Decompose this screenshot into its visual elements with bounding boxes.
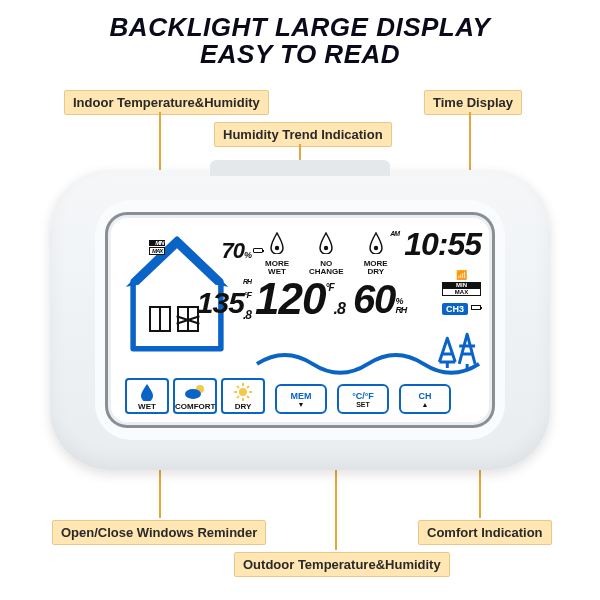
comfort-row: WET COMFORT DRY xyxy=(125,378,265,414)
sun-icon xyxy=(223,382,263,402)
svg-line-14 xyxy=(247,396,249,398)
comfort-dry: DRY xyxy=(221,378,265,414)
window-closed-icon xyxy=(177,306,199,332)
tree-icon xyxy=(439,334,475,370)
outdoor-temp: 120°F.8 xyxy=(255,284,345,315)
svg-line-13 xyxy=(237,386,239,388)
svg-point-17 xyxy=(275,246,279,250)
svg-point-8 xyxy=(239,388,247,396)
humidity-trend: MORE WET NO CHANGE MORE DRY xyxy=(265,232,388,276)
headline-line-1: BACKLIGHT LARGE DISPLAY xyxy=(0,14,600,41)
raindrop-icon xyxy=(127,382,167,402)
indoor-humidity-value: 70 xyxy=(222,238,244,263)
label-windows: Open/Close Windows Reminder xyxy=(52,520,266,545)
battery-icon xyxy=(471,305,481,310)
lcd-screen: MIN MAX 70%RH 135°F .8 WET xyxy=(105,212,495,428)
comfort-ok: COMFORT xyxy=(173,378,217,414)
svg-point-19 xyxy=(373,246,377,250)
outdoor-humidity: 60%RH xyxy=(353,285,407,315)
ch-button[interactable]: CH ▲ xyxy=(399,384,451,414)
weather-station-device: MIN MAX 70%RH 135°F .8 WET xyxy=(50,170,550,470)
label-comfort: Comfort Indication xyxy=(418,520,552,545)
receiver-block: 📶 MIN MAX CH3 xyxy=(442,270,481,316)
device-top-tab xyxy=(210,160,390,176)
label-trend: Humidity Trend Indication xyxy=(214,122,392,147)
clock-time: 10:55 xyxy=(404,226,481,262)
button-row: MEM ▼ °C/°F SET CH ▲ xyxy=(275,384,451,414)
outdoor-readings: 120°F.8 60%RH xyxy=(255,284,406,315)
outdoor-minmax: MIN MAX xyxy=(442,282,481,296)
comfort-wet: WET xyxy=(125,378,169,414)
indoor-humidity: 70%RH xyxy=(155,238,251,290)
trend-more-dry: MORE DRY xyxy=(364,232,388,276)
signal-icon: 📶 xyxy=(442,270,481,280)
trend-no-change: NO CHANGE xyxy=(309,232,344,276)
label-indoor: Indoor Temperature&Humidity xyxy=(64,90,269,115)
label-outdoor: Outdoor Temperature&Humidity xyxy=(234,552,450,577)
svg-point-18 xyxy=(324,246,328,250)
svg-line-15 xyxy=(247,386,249,388)
trend-more-wet: MORE WET xyxy=(265,232,289,276)
indoor-max-label: MAX xyxy=(149,247,165,255)
indoor-min-label: MIN xyxy=(149,240,165,246)
label-time: Time Display xyxy=(424,90,522,115)
headline-line-2: EASY TO READ xyxy=(0,41,600,68)
cloud-sun-icon xyxy=(175,382,215,402)
unit-set-button[interactable]: °C/°F SET xyxy=(337,384,389,414)
battery-icon xyxy=(253,248,263,253)
clock: AM 10:55 xyxy=(404,226,481,263)
mem-button[interactable]: MEM ▼ xyxy=(275,384,327,414)
outdoor-scene xyxy=(255,332,483,382)
indoor-minmax: MIN MAX xyxy=(149,240,165,256)
svg-line-16 xyxy=(237,396,239,398)
window-open-icon xyxy=(149,306,171,332)
window-reminder xyxy=(149,306,199,332)
clock-ampm: AM xyxy=(390,230,399,237)
channel-badge: CH3 xyxy=(442,303,468,315)
svg-point-7 xyxy=(185,389,201,399)
headline: BACKLIGHT LARGE DISPLAY EASY TO READ xyxy=(0,0,600,69)
